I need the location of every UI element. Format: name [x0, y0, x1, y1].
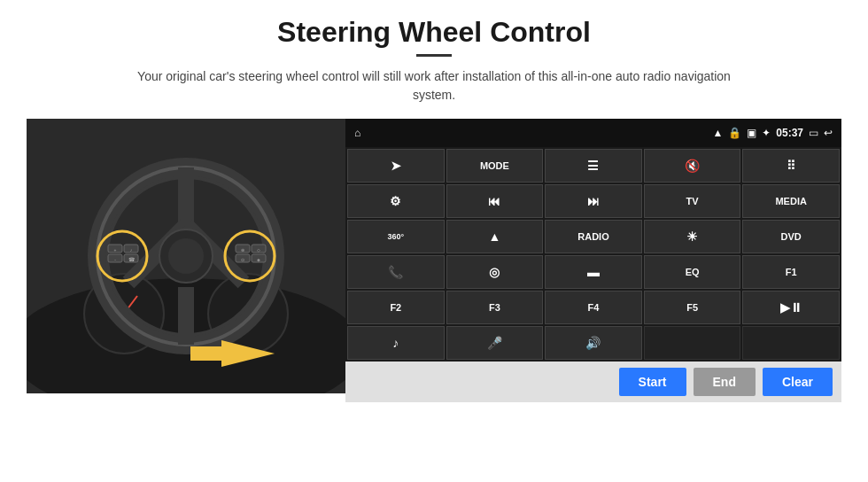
svg-text:⊕: ⊕ [241, 247, 244, 253]
btn-eq[interactable]: EQ [644, 255, 741, 289]
btn-mode[interactable]: MODE [446, 149, 544, 183]
svg-rect-36 [190, 346, 226, 361]
btn-dvd[interactable]: DVD [742, 220, 840, 253]
wifi-icon: ▲ [712, 127, 723, 139]
svg-text:◈: ◈ [257, 257, 260, 262]
clear-button[interactable]: Clear [763, 368, 833, 396]
btn-vol[interactable]: 🔊 [545, 326, 642, 360]
screen-icon: ▭ [809, 127, 818, 139]
btn-media[interactable]: MEDIA [742, 184, 840, 218]
btn-f2[interactable]: F2 [347, 291, 445, 324]
svg-text:☎: ☎ [128, 257, 136, 262]
status-time: 05:37 [776, 127, 803, 139]
home-icon: ⌂ [354, 127, 360, 139]
sim-icon: ▣ [747, 127, 756, 139]
title-divider [416, 54, 452, 57]
btn-f5[interactable]: F5 [644, 291, 741, 324]
svg-point-16 [168, 238, 204, 274]
btn-settings[interactable]: ⚙ [347, 184, 445, 218]
btn-prev[interactable]: ⏮ [446, 184, 544, 218]
btn-play-pause[interactable]: ▶⏸ [742, 291, 840, 324]
end-button[interactable]: End [694, 368, 756, 396]
status-bar-right: ▲ 🔒 ▣ ✦ 05:37 ▭ ↩ [712, 127, 833, 139]
page-title: Steering Wheel Control [277, 16, 591, 49]
button-grid: ➤ MODE ☰ 🔇 ⠿ ⚙ ⏮ ⏭ TV MEDIA 360° ▲ RADIO… [345, 147, 841, 362]
btn-f4[interactable]: F4 [545, 291, 642, 324]
status-bar: ⌂ ▲ 🔒 ▣ ✦ 05:37 ▭ ↩ [345, 119, 841, 147]
btn-next[interactable]: ⏭ [545, 184, 642, 218]
btn-apps[interactable]: ⠿ [742, 149, 840, 183]
btn-eject[interactable]: ▲ [446, 220, 544, 253]
btn-phone[interactable]: 📞 [347, 255, 445, 289]
btn-gps[interactable]: ◎ [446, 255, 544, 289]
page-container: Steering Wheel Control Your original car… [0, 0, 868, 482]
bt-icon: ✦ [762, 127, 771, 139]
btn-list[interactable]: ☰ [545, 149, 642, 183]
status-bar-left: ⌂ [354, 127, 360, 139]
start-button[interactable]: Start [619, 368, 686, 396]
lock-icon: 🔒 [728, 127, 741, 139]
btn-f3[interactable]: F3 [446, 291, 544, 324]
head-unit-panel: ⌂ ▲ 🔒 ▣ ✦ 05:37 ▭ ↩ ➤ MODE ☰ 🔇 [345, 119, 841, 402]
page-subtitle: Your original car's steering wheel contr… [133, 67, 735, 105]
svg-text:+: + [114, 247, 117, 253]
svg-text:◇: ◇ [257, 247, 260, 253]
btn-brightness[interactable]: ☀ [644, 220, 741, 253]
btn-mic[interactable]: 🎤 [446, 326, 544, 360]
btn-mute[interactable]: 🔇 [644, 149, 741, 183]
btn-radio[interactable]: RADIO [545, 220, 642, 253]
btn-360[interactable]: 360° [347, 220, 445, 253]
bottom-bar: Start End Clear [345, 362, 841, 402]
svg-text:⊙: ⊙ [241, 257, 244, 262]
btn-equalizer-bar[interactable]: ▬ [545, 255, 642, 289]
btn-music[interactable]: ♪ [347, 326, 445, 360]
btn-navigate[interactable]: ➤ [347, 149, 445, 183]
btn-tv[interactable]: TV [644, 184, 741, 218]
btn-empty2 [742, 326, 840, 360]
steering-wheel-image: RPM KM/H [27, 119, 345, 393]
btn-f1[interactable]: F1 [742, 255, 840, 289]
btn-empty1 [644, 326, 741, 360]
content-area: RPM KM/H [27, 119, 841, 402]
back-icon: ↩ [824, 127, 833, 139]
